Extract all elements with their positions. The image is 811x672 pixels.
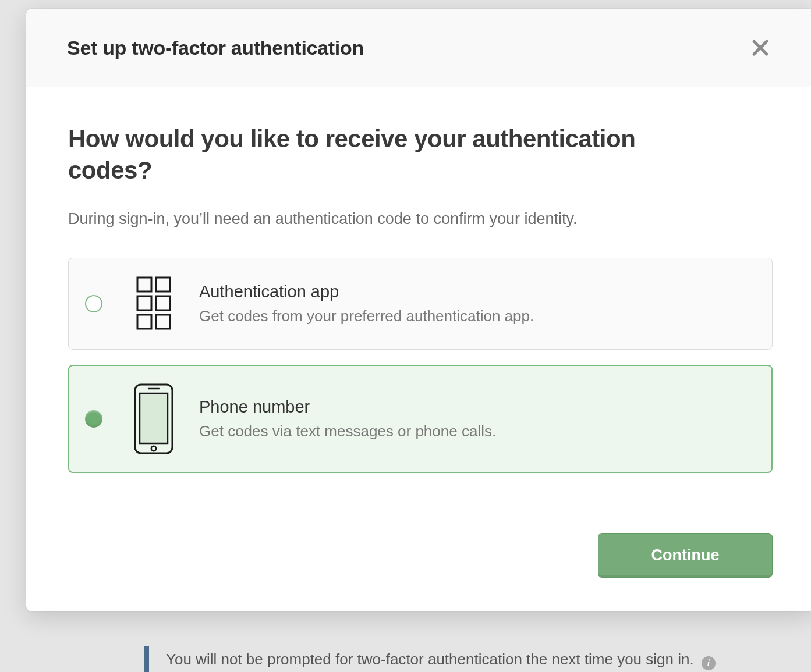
- modal-footer: Continue: [26, 506, 811, 611]
- info-icon[interactable]: i: [702, 656, 716, 670]
- option-title: Phone number: [199, 397, 496, 417]
- phone-icon: [130, 383, 177, 455]
- svg-rect-7: [156, 315, 170, 329]
- svg-point-10: [151, 446, 156, 451]
- options-group: Authentication app Get codes from your p…: [68, 258, 773, 473]
- svg-rect-5: [156, 296, 170, 310]
- radio-selected[interactable]: [85, 410, 102, 428]
- svg-rect-2: [137, 278, 151, 291]
- option-description: Get codes from your preferred authentica…: [199, 307, 534, 325]
- background-bottom-text: You will not be prompted for two-factor …: [166, 650, 716, 670]
- modal-body: How would you like to receive your authe…: [26, 87, 811, 506]
- svg-rect-9: [140, 393, 168, 443]
- option-title: Authentication app: [199, 282, 534, 301]
- close-button[interactable]: [747, 34, 774, 61]
- option-authentication-app[interactable]: Authentication app Get codes from your p…: [68, 258, 773, 350]
- background-accent-bar: [144, 646, 149, 672]
- radio-unselected[interactable]: [85, 295, 102, 312]
- two-factor-setup-modal: Set up two-factor authentication How wou…: [26, 9, 811, 611]
- svg-rect-6: [137, 315, 151, 329]
- question-title: How would you like to receive your authe…: [68, 123, 682, 186]
- close-icon: [752, 39, 769, 56]
- modal-title: Set up two-factor authentication: [67, 37, 364, 59]
- modal-header: Set up two-factor authentication: [26, 9, 811, 87]
- background-bottom-text-label: You will not be prompted for two-factor …: [166, 650, 694, 668]
- option-phone-number[interactable]: Phone number Get codes via text messages…: [68, 365, 773, 473]
- grid-icon: [130, 276, 177, 332]
- option-description: Get codes via text messages or phone cal…: [199, 422, 496, 440]
- svg-rect-3: [156, 278, 170, 291]
- continue-button[interactable]: Continue: [598, 533, 773, 578]
- question-subtext: During sign-in, you’ll need an authentic…: [68, 208, 773, 230]
- svg-rect-4: [137, 296, 151, 310]
